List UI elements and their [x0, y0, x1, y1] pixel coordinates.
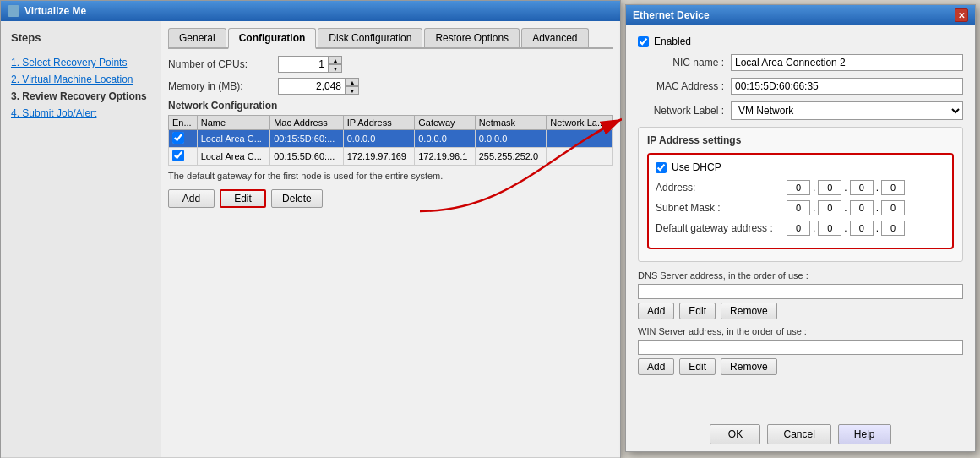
step-1[interactable]: 1. Select Recovery Points [11, 54, 150, 71]
cpu-input[interactable] [278, 56, 329, 73]
address-octet-2[interactable] [818, 180, 841, 195]
subnet-octet-4[interactable] [881, 200, 905, 215]
col-name: Name [197, 116, 270, 130]
row1-name: Local Area C... [197, 130, 270, 148]
main-window-title: Virtualize Me [24, 5, 86, 17]
address-octet-4[interactable] [881, 180, 905, 195]
address-octet-1[interactable] [787, 180, 810, 195]
table-action-btns: Add Edit Delete [168, 189, 613, 208]
main-window: Virtualize Me Steps 1. Select Recovery P… [0, 0, 621, 458]
dns-edit-button[interactable]: Edit [679, 303, 716, 319]
dialog-title: Ethernet Device [633, 9, 710, 21]
dot9: . [875, 222, 879, 234]
row2-network [547, 148, 613, 166]
tab-disk-configuration[interactable]: Disk Configuration [318, 28, 422, 47]
col-gateway: Gateway [415, 116, 476, 130]
ok-button[interactable]: OK [710, 424, 760, 444]
memory-row: Memory in (MB): ▲ ▼ [168, 78, 613, 95]
subnet-row: Subnet Mask : . . . [656, 200, 945, 215]
address-row: Address: . . . [656, 180, 945, 195]
gateway-octet-3[interactable] [850, 221, 874, 236]
win-add-button[interactable]: Add [638, 358, 674, 375]
network-label-row: Network Label : VM Network [638, 101, 963, 120]
dns-remove-button[interactable]: Remove [721, 303, 777, 319]
subnet-octet-3[interactable] [850, 200, 874, 215]
row2-gateway: 172.19.96.1 [415, 148, 476, 166]
gateway-octet-4[interactable] [881, 221, 905, 236]
gateway-label: Default gateway address : [656, 222, 787, 234]
dot1: . [812, 182, 816, 194]
win-input[interactable] [638, 340, 963, 355]
use-dhcp-checkbox[interactable] [656, 162, 667, 173]
memory-down-btn[interactable]: ▼ [346, 86, 359, 95]
ip-address-section: IP Address settings Use DHCP Address: . … [638, 127, 963, 262]
nic-name-input[interactable] [731, 54, 963, 71]
tab-advanced[interactable]: Advanced [521, 28, 588, 47]
tab-configuration[interactable]: Configuration [228, 28, 317, 49]
dot8: . [843, 222, 847, 234]
enabled-row: Enabled [638, 35, 963, 47]
row2-enabled[interactable] [169, 148, 198, 166]
address-octet-3[interactable] [850, 180, 874, 195]
main-content: Steps 1. Select Recovery Points 2. Virtu… [1, 21, 620, 457]
memory-up-btn[interactable]: ▲ [346, 78, 359, 86]
help-button[interactable]: Help [838, 424, 891, 444]
step-2[interactable]: 2. Virtual Machine Location [11, 71, 150, 88]
col-mac: Mac Address [270, 116, 343, 130]
tab-restore-options[interactable]: Restore Options [424, 28, 520, 47]
memory-spinner-btns: ▲ ▼ [346, 78, 359, 95]
gateway-octet-2[interactable] [818, 221, 841, 236]
network-label-select[interactable]: VM Network [731, 101, 963, 120]
memory-spinner[interactable]: ▲ ▼ [278, 78, 359, 95]
right-panel: General Configuration Disk Configuration… [161, 21, 620, 457]
network-section-title: Network Configuration [168, 100, 613, 112]
cpu-up-btn[interactable]: ▲ [329, 56, 342, 64]
dns-btn-row: Add Edit Remove [638, 303, 963, 319]
tabs-bar: General Configuration Disk Configuration… [168, 28, 613, 49]
tab-general[interactable]: General [168, 28, 226, 47]
step-4[interactable]: 4. Submit Job/Alert [11, 105, 150, 122]
app-icon [8, 5, 19, 17]
enabled-checkbox[interactable] [638, 36, 649, 47]
dialog-close-button[interactable]: ✕ [955, 8, 968, 22]
cpu-label: Number of CPUs: [168, 58, 278, 70]
subnet-octet-1[interactable] [787, 200, 810, 215]
ip-settings-title: IP Address settings [647, 134, 954, 146]
mac-address-row: MAC Address : [638, 78, 963, 95]
dns-input[interactable] [638, 284, 963, 299]
col-network: Network La... [547, 116, 613, 130]
address-ip-boxes: . . . [787, 180, 905, 195]
row1-enabled[interactable] [169, 130, 198, 148]
step-3: 3. Review Recovery Options [11, 88, 150, 105]
win-remove-button[interactable]: Remove [721, 358, 777, 375]
network-table-body: Local Area C... 00:15:5D:60:... 0.0.0.0 … [169, 130, 613, 166]
row2-ip: 172.19.97.169 [343, 148, 415, 166]
cpu-down-btn[interactable]: ▼ [329, 64, 342, 73]
row1-network [547, 130, 613, 148]
dot3: . [875, 182, 879, 194]
main-title-bar: Virtualize Me [1, 1, 620, 21]
win-edit-button[interactable]: Edit [679, 358, 716, 375]
enabled-label: Enabled [654, 35, 691, 47]
dot2: . [843, 182, 847, 194]
memory-input[interactable] [278, 78, 346, 95]
dns-add-button[interactable]: Add [638, 303, 674, 319]
use-dhcp-row: Use DHCP [656, 161, 945, 173]
cpu-spinner[interactable]: ▲ ▼ [278, 56, 342, 73]
delete-button[interactable]: Delete [271, 189, 323, 208]
win-title: WIN Server address, in the order of use … [638, 326, 963, 336]
mac-address-input[interactable] [731, 78, 963, 95]
dialog-bottom-buttons: OK Cancel Help [626, 417, 975, 451]
gateway-octet-1[interactable] [787, 221, 810, 236]
col-enabled: En... [169, 116, 198, 130]
nic-name-label: NIC name : [638, 57, 731, 68]
table-row[interactable]: Local Area C... 00:15:5D:60:... 172.19.9… [169, 148, 613, 166]
cpu-spinner-btns: ▲ ▼ [329, 56, 342, 73]
table-row[interactable]: Local Area C... 00:15:5D:60:... 0.0.0.0 … [169, 130, 613, 148]
subnet-octet-2[interactable] [818, 200, 841, 215]
subnet-ip-boxes: . . . [787, 200, 905, 215]
cancel-dialog-button[interactable]: Cancel [767, 424, 830, 444]
add-button[interactable]: Add [168, 189, 215, 208]
edit-button[interactable]: Edit [220, 189, 266, 208]
row1-gateway: 0.0.0.0 [415, 130, 476, 148]
